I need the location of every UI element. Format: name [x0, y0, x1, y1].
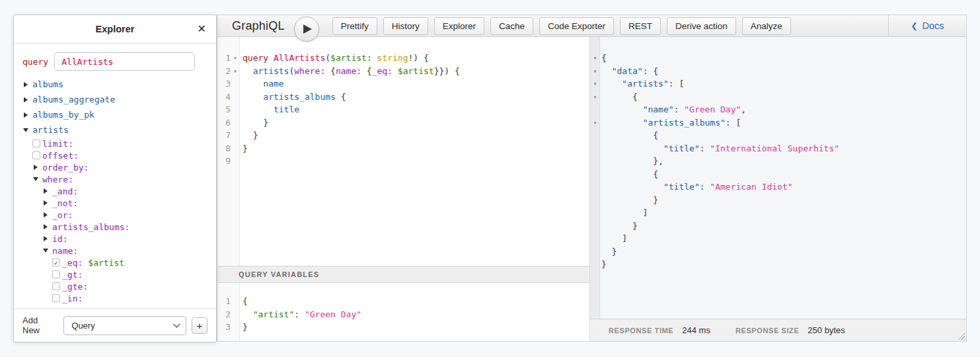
explorer-header: Explorer ✕	[14, 15, 216, 44]
chevron-right-icon[interactable]	[42, 200, 52, 206]
operation-type-label: query	[22, 57, 48, 67]
unchecked-checkbox[interactable]	[32, 151, 40, 159]
chevron-right-icon[interactable]	[32, 165, 42, 170]
docs-toggle[interactable]: ❮ Docs	[888, 15, 966, 36]
explorer-node-artists-albums[interactable]: artists_albums:	[22, 221, 216, 233]
fold-gutter-cell	[590, 168, 600, 181]
response-line: }	[590, 258, 966, 271]
fold-open-icon[interactable]: ▾	[590, 65, 600, 78]
explorer-node-or[interactable]: _or:	[22, 209, 216, 221]
checkbox-cell[interactable]	[32, 151, 42, 159]
chevron-down-icon[interactable]	[22, 128, 32, 132]
explorer-panel: Explorer ✕ query albumsalbums_aggregatea…	[13, 15, 217, 342]
resize-grip-icon[interactable]	[956, 331, 965, 340]
chevron-right-icon[interactable]	[22, 112, 32, 118]
checked-checkbox[interactable]: ✓	[52, 258, 60, 266]
explorer-node-order-by[interactable]: order_by:	[22, 161, 216, 173]
triangle	[23, 128, 28, 132]
code-text: ]	[600, 206, 648, 219]
line-number: 4	[217, 91, 231, 104]
unchecked-checkbox[interactable]	[52, 270, 60, 278]
explorer-node-where[interactable]: where:	[22, 173, 216, 185]
explorer-node-albums[interactable]: albums	[22, 77, 216, 92]
response-time-label: RESPONSE TIME	[609, 327, 673, 335]
explorer-body: query albumsalbums_aggregatealbums_by_pk…	[14, 44, 216, 308]
variables-editor[interactable]: 1{2 "artist": "Green Day"3}	[217, 283, 589, 341]
explorer-node-id[interactable]: id:	[22, 233, 216, 245]
checkbox-cell[interactable]	[32, 139, 42, 147]
code-line: 9	[217, 155, 589, 168]
triangle	[44, 212, 48, 218]
fold-open-icon[interactable]: ▾	[590, 91, 600, 104]
node-label: name:	[52, 246, 78, 256]
code-text: },	[600, 155, 663, 168]
explorer-node-limit[interactable]: limit:	[22, 138, 216, 149]
response-line: ▾ "artists": [	[590, 77, 966, 91]
toolbar-button-analyze[interactable]: Analyze	[742, 17, 791, 35]
query-variables-header[interactable]: QUERY VARIABLES	[217, 266, 589, 283]
explorer-node-in[interactable]: _in:	[22, 292, 216, 304]
query-editor[interactable]: 1▾query AllArtists($artist: string!) {2▾…	[217, 37, 589, 266]
explorer-node-gt[interactable]: _gt:	[22, 268, 216, 280]
query-name-input[interactable]	[54, 52, 195, 71]
node-label: order_by:	[42, 163, 89, 173]
checkbox-cell[interactable]: ✓	[52, 258, 62, 266]
toolbar-button-rest[interactable]: REST	[620, 17, 661, 35]
node-label: limit:	[42, 139, 73, 149]
toolbar-button-derive-action[interactable]: Derive action	[667, 17, 736, 35]
explorer-node-albums-aggregate[interactable]: albums_aggregate	[22, 92, 216, 107]
response-line: ▾ "artists_albums": [	[590, 116, 966, 130]
line-number: 9	[217, 155, 231, 168]
code-line: 3 name	[217, 77, 589, 91]
unchecked-checkbox[interactable]	[52, 282, 60, 290]
query-name-row: query	[22, 52, 216, 71]
fold-open-icon[interactable]: ▾	[590, 52, 600, 65]
explorer-node-artists[interactable]: artists	[22, 122, 216, 138]
add-new-type-select[interactable]: Query	[63, 316, 186, 335]
close-icon[interactable]: ✕	[198, 24, 206, 34]
chevron-right-icon[interactable]	[42, 236, 52, 241]
fold-gutter-cell	[231, 77, 240, 91]
explorer-node-not[interactable]: _not:	[22, 197, 216, 209]
code-text	[240, 155, 243, 168]
code-text: }	[240, 129, 258, 142]
unchecked-checkbox[interactable]	[32, 139, 40, 147]
chevron-right-icon[interactable]	[22, 97, 32, 102]
explorer-node-and[interactable]: _and:	[22, 185, 216, 197]
explorer-node-name[interactable]: name:	[22, 245, 216, 257]
chevron-left-icon: ❮	[911, 21, 917, 30]
graphiql-window: GraphiQL PrettifyHistoryExplorerCacheCod…	[217, 15, 967, 342]
fold-open-icon[interactable]: ▾	[231, 52, 240, 65]
explorer-node-eq[interactable]: ✓_eq:$artist	[22, 257, 216, 268]
selected-type: Query	[71, 321, 94, 331]
toolbar-button-history[interactable]: History	[383, 17, 428, 35]
checkbox-cell[interactable]	[52, 294, 62, 302]
explorer-node-gte[interactable]: _gte:	[22, 280, 216, 292]
fold-open-icon[interactable]: ▾	[590, 77, 600, 91]
response-line: ]	[590, 232, 966, 245]
unchecked-checkbox[interactable]	[52, 294, 60, 302]
toolbar-button-code-exporter[interactable]: Code Exporter	[539, 17, 614, 35]
chevron-right-icon[interactable]	[42, 212, 52, 218]
explorer-node-offset[interactable]: offset:	[22, 149, 216, 161]
toolbar-button-explorer[interactable]: Explorer	[434, 17, 484, 35]
explorer-node-albums-by-pk[interactable]: albums_by_pk	[22, 107, 216, 122]
code-line: 3}	[217, 321, 589, 334]
chevron-down-icon[interactable]	[32, 177, 42, 181]
chevron-right-icon[interactable]	[22, 82, 32, 87]
execute-query-button[interactable]	[294, 17, 319, 42]
node-label: albums_by_pk	[32, 110, 94, 120]
chevron-right-icon[interactable]	[42, 224, 52, 229]
triangle	[43, 249, 48, 253]
fold-open-icon[interactable]: ▾	[231, 65, 240, 78]
chevron-down-icon[interactable]	[42, 249, 52, 253]
toolbar-button-prettify[interactable]: Prettify	[332, 17, 377, 35]
checkbox-cell[interactable]	[52, 282, 62, 290]
node-value: $artist	[88, 258, 124, 268]
editor-column: 1▾query AllArtists($artist: string!) {2▾…	[217, 37, 589, 341]
chevron-right-icon[interactable]	[42, 188, 52, 194]
checkbox-cell[interactable]	[52, 270, 62, 278]
add-operation-button[interactable]: +	[192, 317, 207, 334]
fold-open-icon[interactable]: ▾	[590, 116, 600, 130]
toolbar-button-cache[interactable]: Cache	[490, 17, 533, 35]
